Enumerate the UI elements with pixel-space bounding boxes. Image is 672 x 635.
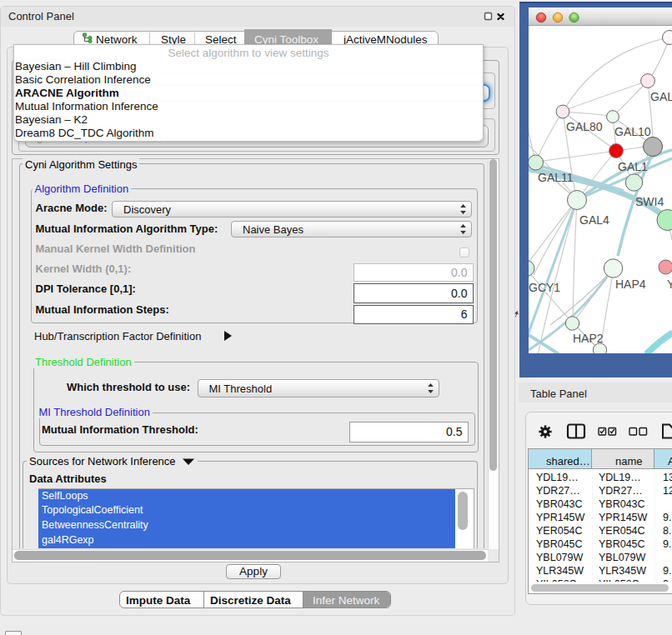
svg-text:GAL2: GAL2 [650, 90, 672, 103]
svg-text:GAL80: GAL80 [566, 120, 603, 133]
svg-text:GAL1: GAL1 [618, 160, 648, 173]
svg-text:GAL11: GAL11 [538, 171, 574, 184]
svg-text:GAL10: GAL10 [614, 125, 651, 138]
svg-text:GAL4: GAL4 [579, 213, 609, 227]
svg-text:Y: Y [667, 278, 672, 291]
svg-text:HAP4: HAP4 [615, 278, 646, 291]
svg-text:HAP2: HAP2 [573, 332, 604, 345]
svg-text:GCY1: GCY1 [529, 281, 560, 294]
svg-text:SWI4: SWI4 [635, 195, 664, 208]
